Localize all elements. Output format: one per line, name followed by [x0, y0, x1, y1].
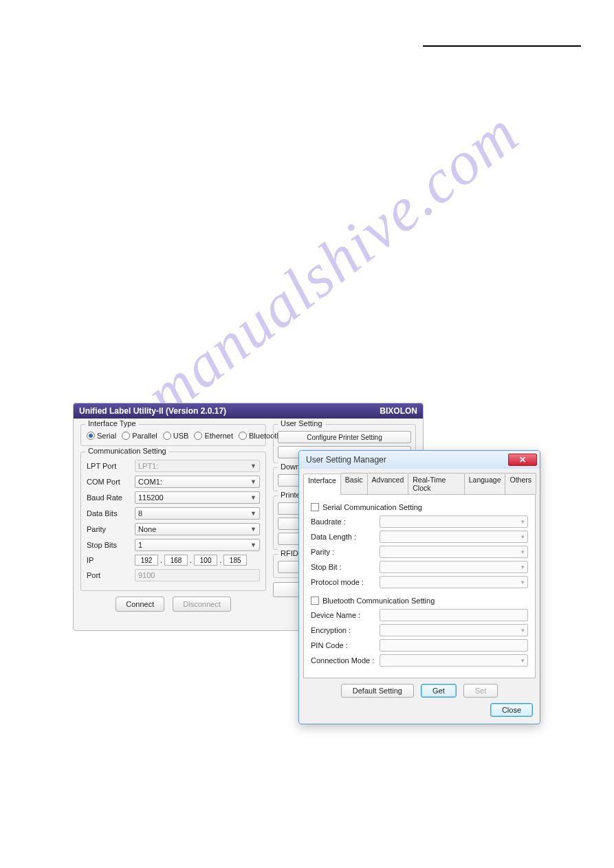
lpt-port-label: LPT Port — [87, 462, 131, 470]
tab-realtime-clock[interactable]: Real-Time Clock — [408, 473, 465, 494]
connection-mode-select[interactable]: ▾ — [380, 654, 528, 667]
serial-comm-checkbox-row[interactable]: Serial Communication Setting — [311, 503, 528, 511]
rfid-legend: RFID — [278, 549, 301, 557]
dialog-titlebar: User Setting Manager ✕ — [299, 451, 540, 469]
connection-mode-label: Connection Mode : — [311, 656, 380, 665]
baud-rate-label: Baud Rate — [87, 493, 131, 502]
chevron-down-icon: ▾ — [521, 627, 525, 634]
radio-dot-icon — [163, 432, 171, 440]
radio-ethernet[interactable]: Ethernet — [194, 432, 233, 440]
protocol-label: Protocol mode : — [311, 578, 380, 586]
dlg-parity-label: Parity : — [311, 548, 380, 556]
user-setting-dialog: User Setting Manager ✕ Interface Basic A… — [298, 450, 540, 724]
connect-button[interactable]: Connect — [116, 597, 164, 612]
get-button[interactable]: Get — [421, 684, 457, 698]
radio-dot-icon — [194, 432, 202, 440]
dialog-title-text: User Setting Manager — [306, 455, 386, 465]
chevron-down-icon: ▼ — [250, 478, 256, 485]
stop-bit-select[interactable]: ▾ — [380, 561, 528, 573]
checkbox-icon — [311, 503, 319, 511]
app-title: Unified Label Utility-II (Version 2.0.17… — [79, 406, 226, 416]
data-length-label: Data Length : — [311, 533, 380, 541]
data-length-select[interactable]: ▾ — [380, 531, 528, 543]
encryption-label: Encryption : — [311, 626, 380, 634]
port-input[interactable]: 9100 — [135, 569, 260, 581]
chevron-down-icon: ▼ — [250, 542, 256, 548]
ip-octet-1[interactable] — [135, 555, 158, 566]
chevron-down-icon: ▾ — [521, 518, 525, 525]
tab-interface[interactable]: Interface — [303, 474, 341, 495]
tab-row: Interface Basic Advanced Real-Time Clock… — [303, 473, 536, 495]
parity-label: Parity — [87, 525, 131, 533]
stop-bits-label: Stop Bits — [87, 541, 131, 549]
baudrate-label: Baudrate : — [311, 518, 380, 526]
configure-printer-button[interactable]: Configure Printer Setting — [278, 431, 411, 443]
chevron-down-icon: ▼ — [250, 526, 256, 533]
ip-octet-3[interactable] — [194, 555, 217, 566]
radio-serial[interactable]: Serial — [87, 432, 116, 440]
tab-language[interactable]: Language — [464, 473, 506, 494]
ip-octet-4[interactable] — [223, 555, 247, 566]
watermark-text: manualshive.com — [132, 121, 501, 431]
page-divider — [423, 45, 581, 47]
radio-dot-icon — [122, 432, 130, 440]
set-button[interactable]: Set — [463, 684, 498, 698]
tab-pane-interface: Serial Communication Setting Baudrate :▾… — [303, 495, 536, 678]
baud-rate-select[interactable]: 115200▼ — [135, 491, 260, 504]
chevron-down-icon: ▼ — [250, 463, 256, 469]
protocol-select[interactable]: ▾ — [380, 576, 528, 588]
chevron-down-icon: ▾ — [521, 548, 525, 555]
port-label: Port — [87, 571, 131, 579]
data-bits-label: Data Bits — [87, 509, 131, 518]
ip-input-group: . . . — [135, 555, 260, 566]
com-port-label: COM Port — [87, 478, 131, 486]
pin-code-input[interactable] — [380, 639, 528, 652]
close-icon[interactable]: ✕ — [508, 454, 537, 466]
default-setting-button[interactable]: Default Setting — [341, 684, 414, 698]
tab-advanced[interactable]: Advanced — [367, 473, 409, 494]
radio-parallel[interactable]: Parallel — [122, 432, 157, 440]
stop-bits-select[interactable]: 1▼ — [135, 539, 260, 551]
bluetooth-comm-checkbox-row[interactable]: Bluetooth Communication Setting — [311, 597, 528, 605]
device-name-label: Device Name : — [311, 611, 380, 619]
baudrate-select[interactable]: ▾ — [380, 515, 528, 528]
dlg-parity-select[interactable]: ▾ — [380, 546, 528, 558]
interface-type-legend: Interface Type — [85, 419, 139, 427]
radio-dot-icon — [239, 432, 247, 440]
checkbox-icon — [311, 597, 319, 605]
chevron-down-icon: ▼ — [250, 494, 256, 501]
communication-setting-group: Communication Setting LPT Port LPT1:▼ CO… — [80, 452, 266, 591]
disconnect-button[interactable]: Disconnect — [173, 597, 230, 612]
close-button[interactable]: Close — [490, 703, 533, 717]
chevron-down-icon: ▾ — [521, 579, 525, 586]
comm-setting-legend: Communication Setting — [85, 447, 169, 455]
bluetooth-comm-legend: Bluetooth Communication Setting — [322, 597, 435, 605]
encryption-select[interactable]: ▾ — [380, 624, 528, 636]
ip-label: IP — [87, 556, 131, 564]
lpt-port-select[interactable]: LPT1:▼ — [135, 460, 260, 472]
device-name-input[interactable] — [380, 609, 528, 621]
tab-others[interactable]: Others — [505, 473, 536, 494]
interface-type-group: Interface Type Serial Parallel USB Ether… — [80, 424, 266, 446]
stop-bit-label: Stop Bit : — [311, 563, 380, 571]
brand-label: BIXOLON — [380, 406, 417, 416]
user-setting-legend: User Setting — [278, 419, 325, 427]
pin-code-label: PIN Code : — [311, 641, 380, 649]
data-bits-select[interactable]: 8▼ — [135, 507, 260, 520]
radio-dot-icon — [87, 432, 95, 440]
ip-octet-2[interactable] — [164, 555, 188, 566]
chevron-down-icon: ▼ — [250, 510, 256, 517]
com-port-select[interactable]: COM1:▼ — [135, 476, 260, 488]
chevron-down-icon: ▾ — [521, 657, 525, 664]
chevron-down-icon: ▾ — [521, 533, 525, 540]
main-titlebar: Unified Label Utility-II (Version 2.0.17… — [74, 403, 423, 419]
serial-comm-legend: Serial Communication Setting — [322, 503, 422, 511]
parity-select[interactable]: None▼ — [135, 523, 260, 535]
radio-usb[interactable]: USB — [163, 432, 189, 440]
chevron-down-icon: ▾ — [521, 564, 525, 570]
tab-basic[interactable]: Basic — [340, 473, 368, 494]
